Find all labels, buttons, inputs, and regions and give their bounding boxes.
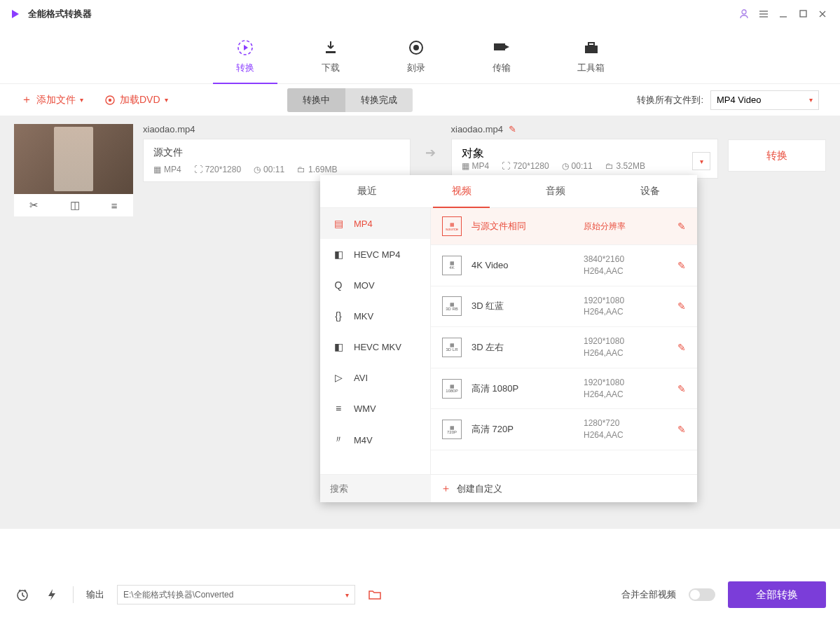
download-icon xyxy=(321,38,340,57)
nav-label: 传输 xyxy=(493,62,511,74)
preset-icon: ▦4K xyxy=(442,256,462,275)
rename-icon[interactable]: ✎ xyxy=(509,124,516,134)
adjust-icon[interactable]: ≡ xyxy=(111,200,118,212)
nav-toolbox[interactable]: 工具箱 xyxy=(569,28,613,83)
menu-icon[interactable] xyxy=(755,5,773,23)
popup-tab-device[interactable]: 设备 xyxy=(603,175,698,207)
preset-edit-icon[interactable]: ✎ xyxy=(677,383,686,394)
preset-item[interactable]: ▦1080P高清 1080P1920*1080H264,AAC✎ xyxy=(431,368,697,410)
merge-toggle[interactable] xyxy=(689,588,715,601)
crop-icon[interactable]: ◫ xyxy=(70,199,80,212)
format-popup: 最近 视频 音频 设备 ▤MP4◧HEVC MP4QMOV{}MKV◧HEVC … xyxy=(320,175,697,502)
tab-done[interactable]: 转换完成 xyxy=(345,88,413,112)
preset-info: 1280*720H264,AAC xyxy=(584,417,668,441)
format-label: HEVC MKV xyxy=(354,342,401,352)
nav-transfer[interactable]: 传输 xyxy=(483,28,520,83)
open-folder-button[interactable] xyxy=(368,589,382,600)
format-item-mov[interactable]: QMOV xyxy=(320,270,430,300)
add-file-button[interactable]: ＋ 添加文件 ▾ xyxy=(21,92,83,107)
close-button[interactable] xyxy=(813,5,832,23)
bottom-bar: 输出 E:\全能格式转换器\Converted ▾ 合并全部视频 全部转换 xyxy=(14,580,826,609)
video-thumbnail[interactable] xyxy=(14,124,133,194)
format-list[interactable]: ▤MP4◧HEVC MP4QMOV{}MKV◧HEVC MKV▷AVI≡WMV〃… xyxy=(320,208,431,474)
format-icon: Q xyxy=(331,279,345,291)
preset-edit-icon[interactable]: ✎ xyxy=(677,260,686,271)
format-item-mkv[interactable]: {}MKV xyxy=(320,300,430,331)
convert-button[interactable]: 转换 xyxy=(728,139,826,172)
popup-tab-audio[interactable]: 音频 xyxy=(509,175,603,207)
format-label: MP4 xyxy=(354,219,373,229)
format-label: AVI xyxy=(354,373,368,383)
nav-label: 刻录 xyxy=(407,62,425,74)
load-dvd-label: 加载DVD xyxy=(120,94,160,106)
trim-icon[interactable]: ✂ xyxy=(29,199,39,212)
convert-all-button[interactable]: 全部转换 xyxy=(728,581,826,608)
format-item-avi[interactable]: ▷AVI xyxy=(320,362,430,393)
preset-item[interactable]: ▦720P高清 720P1280*720H264,AAC✎ xyxy=(431,409,697,450)
global-format-select[interactable]: MP4 Video ▾ xyxy=(710,90,819,110)
preset-name: 与源文件相同 xyxy=(471,220,574,233)
minimize-button[interactable] xyxy=(774,5,792,23)
format-icon: ◧ xyxy=(331,341,345,352)
gpu-icon[interactable] xyxy=(43,586,60,603)
preset-edit-icon[interactable]: ✎ xyxy=(677,300,686,312)
source-label: 源文件 xyxy=(153,146,400,159)
preset-name: 4K Video xyxy=(471,260,574,270)
format-item-hevc-mp4[interactable]: ◧HEVC MP4 xyxy=(320,239,430,270)
popup-tab-video[interactable]: 视频 xyxy=(415,175,509,207)
svg-point-1 xyxy=(742,10,746,14)
preset-icon: ▦3D RB xyxy=(442,296,462,316)
preset-edit-icon[interactable]: ✎ xyxy=(677,342,686,353)
preset-info: 1920*1080H264,AAC xyxy=(584,377,668,401)
target-label: 对象 xyxy=(462,146,708,161)
svg-rect-11 xyxy=(326,51,336,53)
nav-download[interactable]: 下载 xyxy=(312,28,349,83)
load-dvd-button[interactable]: 加载DVD ▾ xyxy=(104,94,168,106)
popup-tab-recent[interactable]: 最近 xyxy=(320,175,415,207)
format-icon: {} xyxy=(331,310,345,322)
format-item-hevc-mkv[interactable]: ◧HEVC MKV xyxy=(320,331,430,362)
tab-converting[interactable]: 转换中 xyxy=(287,88,345,112)
target-duration: ◷ 00:11 xyxy=(562,161,593,171)
nav-burn[interactable]: 刻录 xyxy=(398,28,434,83)
nav-label: 工具箱 xyxy=(577,62,605,74)
format-icon: 〃 xyxy=(331,434,345,446)
preset-item[interactable]: ▦3D RB3D 红蓝1920*1080H264,AAC✎ xyxy=(431,286,697,328)
target-panel: xiaodao.mp4 ✎ 对象 ▦ MP4 ⛶ 720*1280 ◷ 00:1… xyxy=(451,124,719,179)
preset-name: 高清 720P xyxy=(471,423,574,436)
search-input[interactable] xyxy=(320,475,431,502)
format-icon: ◧ xyxy=(331,249,345,260)
format-item-wmv[interactable]: ≡WMV xyxy=(320,393,430,424)
disc-icon xyxy=(104,95,116,106)
separator xyxy=(73,586,74,603)
preset-list[interactable]: ▦source与源文件相同原始分辨率✎▦4K4K Video3840*2160H… xyxy=(431,208,697,474)
preset-info: 原始分辨率 xyxy=(584,221,668,233)
create-custom-label: 创建自定义 xyxy=(457,483,502,495)
app-logo-icon xyxy=(8,7,22,21)
format-item-m4v[interactable]: 〃M4V xyxy=(320,424,430,456)
create-custom-button[interactable]: ＋ 创建自定义 xyxy=(431,475,697,502)
preset-edit-icon[interactable]: ✎ xyxy=(677,424,686,435)
source-format: ▦ MP4 xyxy=(153,165,181,174)
output-path-select[interactable]: E:\全能格式转换器\Converted ▾ xyxy=(117,585,355,604)
format-dropdown-trigger[interactable]: ▾ xyxy=(692,152,710,170)
svg-point-13 xyxy=(414,46,418,50)
preset-item[interactable]: ▦3D LR3D 左右1920*1080H264,AAC✎ xyxy=(431,327,697,368)
content-area: ✂ ◫ ≡ xiaodao.mp4 源文件 ▦ MP4 ⛶ 720*1280 ◷… xyxy=(0,116,840,529)
schedule-icon[interactable] xyxy=(14,586,31,603)
nav-convert[interactable]: 转换 xyxy=(227,28,263,83)
output-label: 输出 xyxy=(86,588,104,601)
add-file-label: 添加文件 xyxy=(36,94,76,106)
svg-marker-10 xyxy=(244,45,248,50)
source-filename: xiaodao.mp4 xyxy=(143,124,411,134)
preset-item[interactable]: ▦4K4K Video3840*2160H264,AAC✎ xyxy=(431,245,697,286)
format-item-mp4[interactable]: ▤MP4 xyxy=(320,208,430,239)
preset-item[interactable]: ▦source与源文件相同原始分辨率✎ xyxy=(431,208,697,245)
account-icon[interactable] xyxy=(735,5,753,23)
svg-rect-16 xyxy=(585,46,598,53)
format-select-value: MP4 Video xyxy=(717,95,761,105)
maximize-button[interactable] xyxy=(794,5,812,23)
svg-marker-0 xyxy=(12,10,19,18)
preset-edit-icon[interactable]: ✎ xyxy=(677,221,686,232)
source-duration: ◷ 00:11 xyxy=(254,165,284,174)
